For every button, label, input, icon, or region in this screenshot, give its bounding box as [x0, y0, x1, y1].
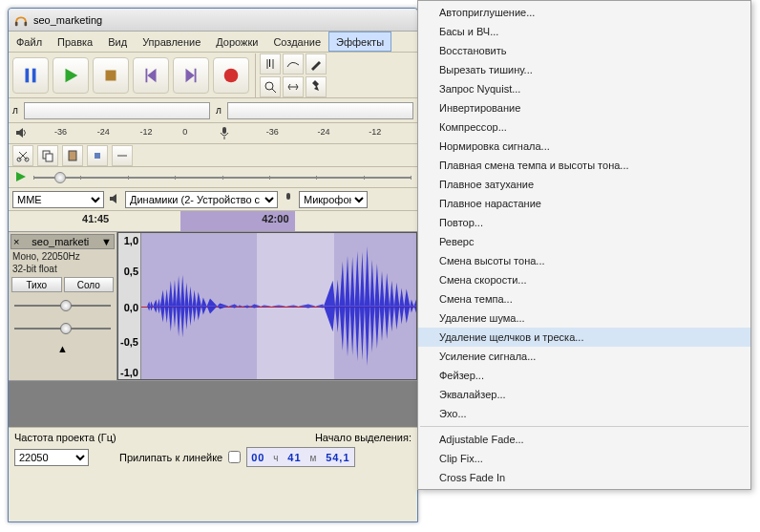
silence-button[interactable] [112, 145, 133, 166]
waveform-track[interactable]: 1,0 0,5 0,0 -0,5 -1,0 [117, 232, 417, 380]
pause-button[interactable] [12, 57, 49, 94]
snap-to-checkbox[interactable] [228, 451, 241, 463]
menu-effects[interactable]: Эффекты [328, 32, 391, 52]
effects-menu-item[interactable]: Реверс [418, 232, 750, 251]
input-device-select[interactable]: Микрофон (2 [299, 191, 368, 208]
record-button[interactable] [213, 57, 249, 94]
menu-control[interactable]: Управление [135, 32, 208, 52]
menu-tracks[interactable]: Дорожки [208, 32, 265, 52]
playback-speed-slider[interactable] [33, 174, 412, 181]
app-icon [14, 13, 28, 27]
record-db-scale: -36 -24 -12 [241, 127, 412, 140]
cut-button[interactable] [12, 145, 33, 166]
svg-rect-4 [106, 70, 116, 80]
svg-rect-2 [26, 68, 30, 82]
collapse-track-icon[interactable]: ▲ [11, 343, 115, 354]
selection-toolbar: Частота проекта (Гц) Начало выделения: 2… [9, 427, 417, 471]
effects-menu-item[interactable]: Cross Fade In [418, 468, 750, 487]
track-name: seo_marketi [32, 236, 89, 247]
effects-menu-item[interactable]: Автоприглушение... [418, 3, 750, 22]
svg-rect-8 [222, 127, 226, 134]
menu-generate[interactable]: Создание [265, 32, 328, 52]
effects-menu-item[interactable]: Удаление шума... [418, 309, 750, 328]
multi-tool[interactable] [306, 76, 327, 97]
selection-start-time[interactable]: 00 ч 41 м 54,1 [246, 447, 354, 467]
pan-slider[interactable] [14, 322, 111, 335]
svg-rect-15 [286, 193, 290, 200]
waveform-canvas[interactable] [141, 233, 416, 379]
trim-button[interactable] [87, 145, 108, 166]
effects-menu-item[interactable]: Фейзер... [418, 366, 750, 385]
draw-tool[interactable] [306, 53, 327, 74]
effects-menu-item[interactable]: Вырезать тишину... [418, 60, 750, 79]
audio-host-select[interactable]: MME [12, 191, 104, 208]
copy-button[interactable] [37, 145, 58, 166]
effects-menu-item[interactable]: Повтор... [418, 213, 750, 232]
effects-menu-item[interactable]: Смена темпа... [418, 289, 750, 309]
play-at-speed-row [9, 167, 417, 188]
skip-start-button[interactable] [133, 57, 169, 94]
play-button[interactable] [53, 57, 89, 94]
meter-label-left2: Л [216, 106, 222, 116]
mic-icon [282, 192, 295, 207]
effects-menu-item[interactable]: Усиление сигнала... [418, 347, 750, 366]
play-small-icon[interactable] [14, 170, 28, 185]
mic-icon [218, 126, 231, 141]
effects-menu-item[interactable]: Нормировка сигнала... [418, 137, 750, 156]
effects-menu-item[interactable]: Плавное затухание [418, 175, 750, 194]
vertical-scale: 1,0 0,5 0,0 -0,5 -1,0 [118, 233, 141, 379]
svg-rect-14 [95, 153, 100, 159]
output-meter[interactable] [24, 102, 210, 119]
output-device-select[interactable]: Динамики (2- Устройство с п [125, 191, 278, 208]
playback-db-scale: -36 -24 -12 0 [37, 127, 208, 140]
effects-menu-item[interactable]: Удаление щелчков и треска... [418, 328, 750, 347]
effects-menu-item[interactable]: Adjustable Fade... [418, 430, 750, 449]
timeshift-tool[interactable] [283, 76, 304, 97]
speaker-icon [14, 126, 28, 141]
effects-menu-item[interactable]: Плавное нарастание [418, 194, 750, 213]
effects-menu-item[interactable]: Смена скорости... [418, 270, 750, 289]
effects-menu-item[interactable]: Смена высоты тона... [418, 251, 750, 270]
effects-menu-item[interactable]: Плавная смена темпа и высоты тона... [418, 156, 750, 175]
effects-menu-item[interactable]: Инвертирование [418, 98, 750, 117]
menu-edit[interactable]: Правка [50, 32, 100, 52]
effects-menu-item[interactable]: Восстановить [418, 41, 750, 60]
selection-tool[interactable]: I [260, 53, 281, 74]
track-area: × seo_marketi ▼ Моно, 22050Hz 32-bit flo… [9, 232, 417, 381]
zoom-tool[interactable] [260, 76, 281, 97]
project-rate-select[interactable]: 22050 [14, 449, 89, 466]
effects-menu-item[interactable]: Эхо... [418, 404, 750, 423]
effects-menu-item[interactable]: Басы и ВЧ... [418, 22, 750, 41]
input-meter[interactable] [227, 102, 413, 119]
volume-sliders-row: -36 -24 -12 0 -36 -24 -12 [9, 123, 417, 144]
output-meter-row: Л Л [9, 98, 417, 123]
svg-text:I: I [268, 57, 271, 69]
menu-file[interactable]: Файл [9, 32, 50, 52]
timeline-ruler[interactable]: 41:45 42:00 [9, 211, 417, 232]
dropdown-icon[interactable]: ▼ [101, 236, 112, 247]
effects-menu-item[interactable]: Запрос Nyquist... [418, 79, 750, 98]
track-format: 32-bit float [11, 264, 115, 274]
empty-track-area[interactable] [9, 381, 417, 427]
svg-rect-0 [15, 21, 18, 25]
effects-menu-item[interactable]: Clip Fix... [418, 449, 750, 468]
envelope-tool[interactable] [283, 53, 304, 74]
snap-to-label: Прилипать к линейке [119, 452, 222, 463]
effects-menu-item[interactable]: Эквалайзер... [418, 385, 750, 404]
gain-slider[interactable] [14, 299, 111, 312]
paste-button[interactable] [62, 145, 83, 166]
effects-menu: Автоприглушение...Басы и ВЧ...Восстанови… [417, 0, 751, 490]
mute-button[interactable]: Тихо [11, 277, 62, 292]
skip-end-button[interactable] [173, 57, 209, 94]
menu-separator [420, 426, 749, 427]
menu-view[interactable]: Вид [100, 32, 135, 52]
solo-button[interactable]: Соло [64, 277, 115, 292]
close-track-icon[interactable]: × [13, 236, 19, 247]
project-rate-label: Частота проекта (Гц) [14, 432, 116, 443]
titlebar[interactable]: seo_marketing [9, 9, 417, 32]
track-name-dropdown[interactable]: × seo_marketi ▼ [11, 234, 115, 249]
stop-button[interactable] [93, 57, 129, 94]
track-header[interactable]: × seo_marketi ▼ Моно, 22050Hz 32-bit flo… [9, 232, 117, 380]
meter-label-left: Л [12, 106, 18, 116]
effects-menu-item[interactable]: Компрессор... [418, 117, 750, 137]
